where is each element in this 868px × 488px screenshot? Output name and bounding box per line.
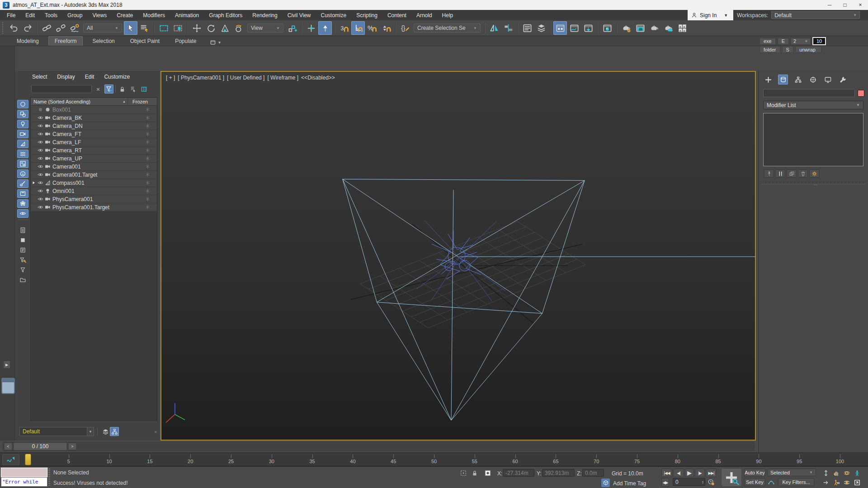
list-item-camera-bk[interactable]: Camera_BK [31, 114, 157, 122]
quick-button-folder[interactable]: folder [760, 46, 780, 53]
filter-eye-button[interactable] [17, 209, 28, 218]
frozen-toggle-icon[interactable] [138, 156, 157, 161]
modifier-list-dropdown[interactable]: Modifier List ▼ [763, 101, 863, 109]
timeline-tick-label[interactable]: 80 [675, 459, 680, 464]
pan-hand-button[interactable] [832, 469, 841, 477]
key-filters-button[interactable]: Key Filters... [778, 478, 814, 486]
snaps-toggle-button[interactable]: 3 [337, 21, 351, 35]
eye-open-icon[interactable] [37, 155, 44, 161]
z-coordinate-field[interactable]: 0.0m [582, 469, 604, 477]
list-item-camera-rt[interactable]: Camera_RT [31, 146, 157, 155]
window-crossing-toggle-button[interactable] [171, 21, 184, 35]
close-button[interactable]: × [853, 0, 868, 10]
list-item-camera001-target[interactable]: Camera001.Target [31, 171, 157, 179]
menu-help[interactable]: Help [437, 11, 458, 20]
frozen-toggle-icon[interactable] [138, 140, 157, 145]
quick-number-field[interactable]: 10 [812, 37, 826, 45]
current-frame-field[interactable]: 0▲▼ [673, 478, 705, 486]
ribbon-tab-modeling[interactable]: Modeling [11, 37, 45, 46]
frozen-column-header[interactable]: Frozen [127, 99, 148, 104]
align-button[interactable] [501, 21, 515, 35]
timeline-tick-label[interactable]: 25 [228, 459, 234, 464]
name-column-header[interactable]: Name (Sorted Ascending) [33, 99, 90, 104]
keyboard-shortcut-override-button[interactable] [318, 21, 332, 35]
list-item-camera-lf[interactable]: Camera_LF [31, 138, 157, 146]
render-gallery-button[interactable] [675, 21, 689, 35]
curve-editor-button[interactable] [567, 21, 581, 35]
maxscript-mini-listener[interactable]: "Error while [1, 468, 47, 487]
time-slider-handle[interactable] [25, 454, 31, 465]
sign-in-caret-icon[interactable]: ▼ [724, 13, 728, 18]
time-slider-track[interactable] [3, 442, 755, 451]
menu-tools[interactable]: Tools [40, 11, 62, 20]
filter-cameras-button[interactable] [17, 130, 28, 138]
timeline-tick-label[interactable]: 20 [188, 459, 193, 464]
sign-in-button[interactable]: Sign In ▼ [688, 10, 733, 20]
timeline-tick-label[interactable]: 60 [512, 459, 518, 464]
render-setup-button[interactable] [619, 21, 633, 35]
ribbon-tab-object-paint[interactable]: Object Paint [124, 37, 165, 46]
filter-particles-button[interactable] [17, 199, 28, 208]
eye-open-icon[interactable] [37, 123, 44, 129]
layers-stack-icon[interactable] [101, 427, 110, 436]
filter-shapes-button[interactable] [17, 110, 28, 118]
frozen-toggle-icon[interactable] [138, 107, 157, 112]
select-by-name-button[interactable] [138, 21, 151, 35]
hierarchy-view-icon[interactable] [110, 427, 119, 436]
walk-button[interactable] [832, 478, 841, 487]
viewport-pov-menu[interactable]: [ PhysCamera001 ] [178, 75, 224, 81]
column-chooser-icon[interactable] [139, 84, 148, 94]
menu-animation[interactable]: Animation [170, 11, 204, 20]
orbit-selected-button[interactable] [842, 478, 851, 487]
menu-scripting[interactable]: Scripting [351, 11, 382, 20]
timeline-tick-label[interactable]: 75 [634, 459, 640, 464]
listener-macro-row[interactable] [1, 468, 47, 477]
use-pivot-point-center-button[interactable] [285, 21, 299, 35]
clear-search-icon[interactable]: × [94, 84, 103, 94]
set-key-button[interactable]: Set Key [744, 478, 765, 486]
explorer-menu-select[interactable]: Select [28, 73, 52, 81]
maximize-viewport-button[interactable] [853, 478, 862, 487]
tool-folder-button[interactable] [17, 276, 28, 284]
list-item-physcamera001-target[interactable]: PhysCamera001.Target [31, 203, 157, 211]
sort-ascending-icon[interactable]: ▲ [123, 100, 127, 103]
dolly-button[interactable] [853, 469, 862, 477]
tool-funnel-button[interactable] [17, 266, 28, 274]
percent-snap-toggle-button[interactable]: % [365, 21, 379, 35]
eye-open-icon[interactable] [37, 180, 44, 186]
edit-named-selection-sets-button[interactable]: {} [398, 21, 412, 35]
orbit-button[interactable] [842, 469, 851, 477]
rollout-splitter[interactable]: ⋯ [761, 184, 865, 187]
go-to-end-button[interactable]: ▶▶| [706, 469, 717, 477]
menu-group[interactable]: Group [62, 11, 87, 20]
time-configuration-icon[interactable] [707, 478, 715, 486]
select-and-place-button[interactable] [232, 21, 245, 35]
menu-content[interactable]: Content [382, 11, 411, 20]
make-unique-button[interactable] [787, 169, 797, 178]
key-mode-toggle[interactable]: ◀▶ [661, 478, 669, 487]
layer-dropdown-caret-icon[interactable]: ▼ [87, 427, 94, 436]
spinner-snap-toggle-button[interactable] [379, 21, 393, 35]
tool-list-e-button[interactable] [17, 246, 28, 254]
list-item-physcamera001[interactable]: PhysCamera001 [31, 195, 157, 203]
list-item-compass001[interactable]: Compass001 [31, 179, 157, 187]
eye-open-icon[interactable] [37, 164, 44, 169]
frame-spinner-icon[interactable]: ▲▼ [702, 480, 705, 484]
maximize-button[interactable]: □ [837, 0, 853, 10]
set-keys-button[interactable] [721, 468, 742, 487]
select-and-rotate-button[interactable] [204, 21, 217, 35]
tab-utilities[interactable] [838, 75, 848, 84]
frozen-toggle-icon[interactable] [138, 205, 157, 210]
select-object-button[interactable] [124, 21, 137, 35]
object-color-swatch[interactable] [858, 90, 864, 97]
expander-icon[interactable] [31, 181, 37, 185]
filter-bones-button[interactable] [17, 179, 28, 188]
tab-hierarchy[interactable] [793, 75, 803, 84]
remove-modifier-button[interactable] [798, 169, 808, 178]
select-and-link-button[interactable] [40, 21, 53, 35]
menu-graph-editors[interactable]: Graph Editors [204, 11, 247, 20]
eye-open-icon[interactable] [37, 131, 44, 137]
tool-square-button[interactable] [17, 236, 28, 244]
timeline-tick-label[interactable]: 15 [147, 459, 152, 464]
track-bar[interactable]: 5101520253035404550556065707580859095100 [0, 452, 868, 466]
